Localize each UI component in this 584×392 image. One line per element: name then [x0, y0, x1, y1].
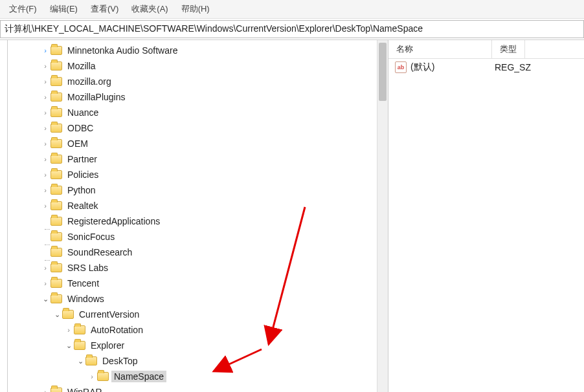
chevron-down-icon[interactable]: ⌄	[75, 357, 85, 365]
tree-node-label: Realtek	[65, 200, 100, 212]
folder-icon	[74, 325, 85, 334]
folder-icon	[51, 170, 62, 179]
chevron-right-icon[interactable]: ›	[40, 47, 51, 54]
menu-edit[interactable]: 编辑(E)	[43, 1, 84, 17]
tree-node-label: OEM	[65, 138, 91, 149]
column-headers: 名称 类型	[388, 40, 584, 59]
chevron-right-icon[interactable]: ›	[40, 388, 51, 392]
chevron-right-icon[interactable]: ›	[40, 124, 51, 132]
tree-node[interactable]: ›Nuance	[8, 105, 388, 120]
tree-node[interactable]: ›MozillaPlugins	[8, 89, 388, 105]
tree-node[interactable]: ›WinRAR	[8, 384, 388, 392]
tree-node[interactable]: ⌄Explorer	[8, 338, 388, 353]
chevron-right-icon[interactable]: ›	[40, 93, 51, 101]
tree-node[interactable]: ⌄Windows	[8, 291, 388, 307]
tree-node[interactable]: ›ODBC	[8, 120, 388, 136]
tree-node-label: Windows	[65, 293, 107, 305]
tree-node[interactable]: RegisteredApplications	[8, 213, 388, 229]
string-value-icon: ab	[395, 61, 407, 73]
chevron-right-icon[interactable]: ›	[40, 155, 51, 163]
chevron-right-icon[interactable]: ›	[40, 78, 51, 85]
main-panel: ›Minnetonka Audio Software›Mozilla›mozil…	[0, 39, 584, 392]
value-list-pane: 名称 类型 ab (默认) REG_SZ	[388, 40, 584, 392]
tree-node[interactable]: SoundResearch	[8, 245, 388, 260]
column-header-type[interactable]: 类型	[492, 40, 525, 58]
tree-node[interactable]: ›AutoRotation	[8, 322, 388, 338]
tree-node[interactable]: ›NameSpace	[8, 369, 388, 384]
folder-icon	[51, 217, 62, 226]
tree-node[interactable]: ›Realtek	[8, 198, 388, 213]
chevron-down-icon[interactable]: ⌄	[40, 295, 51, 303]
folder-icon	[51, 387, 62, 392]
folder-icon	[62, 310, 74, 319]
tree-node[interactable]: ⌄CurrentVersion	[8, 307, 388, 322]
menu-favorites[interactable]: 收藏夹(A)	[125, 1, 174, 17]
tree-node-label: AutoRotation	[88, 324, 146, 336]
chevron-right-icon[interactable]: ›	[40, 186, 51, 194]
tree-node-label: ODBC	[65, 122, 96, 134]
menu-file[interactable]: 文件(F)	[3, 1, 43, 17]
tree-node[interactable]: ›Policies	[8, 167, 388, 182]
folder-icon	[51, 93, 62, 102]
tree-node[interactable]: ›Tencent	[8, 276, 388, 291]
tree-node[interactable]: ›Minnetonka Audio Software	[8, 43, 388, 58]
chevron-right-icon[interactable]: ›	[40, 279, 51, 287]
tree-node-label: mozilla.org	[65, 76, 114, 87]
tree-scrollbar[interactable]	[377, 40, 388, 392]
menu-view[interactable]: 查看(V)	[84, 1, 125, 17]
tree-node-label: Policies	[65, 169, 101, 180]
chevron-right-icon[interactable]: ›	[63, 326, 74, 334]
chevron-right-icon[interactable]: ›	[40, 140, 51, 147]
tree-node[interactable]: ⌄DeskTop	[8, 353, 388, 369]
folder-icon	[51, 263, 62, 272]
address-text: 计算机\HKEY_LOCAL_MACHINE\SOFTWARE\Windows\…	[5, 23, 423, 34]
chevron-down-icon[interactable]: ⌄	[52, 310, 62, 319]
value-type: REG_SZ	[495, 62, 531, 72]
tree-node[interactable]: ›SRS Labs	[8, 260, 388, 276]
tree-node-label: Explorer	[88, 340, 127, 351]
value-name: (默认)	[410, 61, 495, 73]
folder-icon	[51, 155, 62, 164]
tree-node[interactable]: ›Partner	[8, 151, 388, 167]
scrollbar-thumb[interactable]	[379, 43, 387, 101]
tree-node-label: Mozilla	[65, 60, 98, 72]
menu-bar: 文件(F) 编辑(E) 查看(V) 收藏夹(A) 帮助(H)	[0, 0, 584, 19]
chevron-right-icon[interactable]: ›	[40, 202, 51, 210]
chevron-right-icon[interactable]: ›	[40, 109, 51, 116]
tree-node[interactable]: ›mozilla.org	[8, 74, 388, 89]
tree-node-label: Python	[65, 184, 98, 196]
folder-icon	[51, 232, 62, 241]
tree-node[interactable]: ›Python	[8, 182, 388, 198]
chevron-down-icon[interactable]: ⌄	[63, 342, 74, 350]
chevron-right-icon[interactable]: ›	[40, 264, 51, 272]
tree-node-label: SRS Labs	[65, 262, 111, 274]
tree-node-label: MozillaPlugins	[65, 91, 128, 103]
tree-node-label: SoundResearch	[65, 246, 135, 258]
tree-node-label: NameSpace	[111, 371, 166, 382]
folder-icon	[85, 356, 97, 365]
folder-icon	[74, 341, 85, 350]
folder-icon	[97, 372, 109, 381]
registry-tree: ›Minnetonka Audio Software›Mozilla›mozil…	[8, 40, 388, 392]
tree-node-label: DeskTop	[100, 355, 140, 367]
folder-icon	[51, 279, 62, 288]
tree-node[interactable]: ›OEM	[8, 136, 388, 151]
registry-tree-pane: ›Minnetonka Audio Software›Mozilla›mozil…	[8, 40, 388, 392]
chevron-right-icon[interactable]: ›	[40, 171, 51, 179]
chevron-right-icon[interactable]: ›	[87, 373, 97, 380]
folder-icon	[51, 139, 62, 148]
chevron-right-icon[interactable]: ›	[40, 62, 51, 70]
column-header-name[interactable]: 名称	[388, 40, 492, 58]
tree-node-label: Nuance	[65, 107, 101, 118]
tree-scroll[interactable]: ›Minnetonka Audio Software›Mozilla›mozil…	[8, 40, 388, 392]
tree-node[interactable]: SonicFocus	[8, 229, 388, 245]
tree-node-label: Tencent	[65, 278, 102, 289]
tree-node-label: Partner	[65, 153, 100, 165]
value-row[interactable]: ab (默认) REG_SZ	[388, 59, 584, 76]
address-bar[interactable]: 计算机\HKEY_LOCAL_MACHINE\SOFTWARE\Windows\…	[0, 20, 584, 38]
menu-help[interactable]: 帮助(H)	[175, 1, 216, 17]
folder-icon	[51, 186, 62, 195]
tree-node-label: Minnetonka Audio Software	[65, 45, 180, 56]
folder-icon	[51, 294, 62, 303]
tree-node[interactable]: ›Mozilla	[8, 58, 388, 74]
